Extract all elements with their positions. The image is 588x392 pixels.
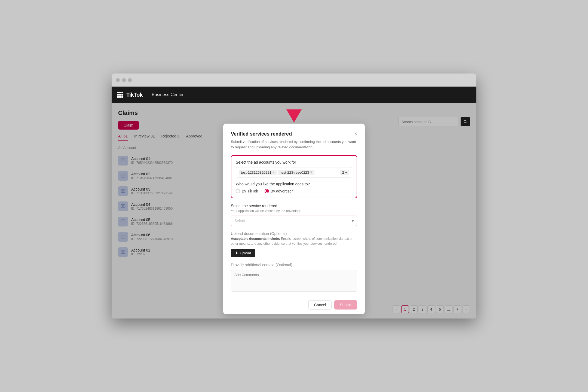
- app-window: TikTok · Business Center Claims Claim Al…: [112, 74, 476, 318]
- modal-dialog: Verified services rendered × Submit veri…: [223, 124, 365, 314]
- service-select[interactable]: Select: [231, 216, 357, 226]
- service-sublabel: Your application will be verified by the…: [231, 209, 357, 213]
- traffic-light-green: [128, 78, 132, 82]
- radio-circle-advertiser: [265, 189, 269, 193]
- cancel-button[interactable]: Cancel: [308, 300, 332, 310]
- tag-text: test-223-rese0223: [280, 170, 309, 174]
- brand-logo: TikTok: [126, 92, 143, 98]
- tag-item: test-223-rese0223 ×: [278, 170, 314, 175]
- upload-icon: ⬇: [235, 251, 238, 255]
- radio-label-tiktok: By TikTok: [242, 189, 258, 193]
- radio-by-advertiser[interactable]: By advertiser: [265, 189, 293, 193]
- modal-title: Verified services rendered: [231, 131, 292, 137]
- ad-accounts-label: Select the ad accounts you work for: [236, 160, 352, 164]
- arrow-indicator: [286, 109, 302, 122]
- submit-button[interactable]: Submit: [334, 300, 357, 310]
- radio-group: By TikTok By advertiser: [236, 189, 352, 193]
- upload-label: Upload documentation (Optional): [231, 231, 357, 236]
- tag-close-button[interactable]: ×: [272, 170, 274, 174]
- service-section: Select the service rendered Your applica…: [231, 204, 357, 226]
- close-modal-button[interactable]: ×: [354, 131, 357, 136]
- radio-by-tiktok[interactable]: By TikTok: [236, 189, 258, 193]
- traffic-light-yellow: [122, 78, 126, 82]
- tag-item: test-123126320221 ×: [239, 170, 277, 175]
- context-textarea[interactable]: [231, 270, 357, 292]
- chevron-down-icon: ▾: [345, 170, 347, 174]
- modal-footer: Cancel Submit: [231, 299, 357, 310]
- traffic-light-red: [116, 78, 120, 82]
- radio-circle-tiktok: [236, 189, 240, 193]
- brand-separator: ·: [146, 92, 148, 98]
- brand-sub: Business Center: [152, 92, 183, 97]
- modal-subtitle: Submit verification of services rendered…: [231, 139, 357, 150]
- grid-icon[interactable]: [117, 92, 123, 98]
- modal-header: Verified services rendered ×: [231, 131, 357, 137]
- highlight-section: Select the ad accounts you work for test…: [231, 155, 357, 198]
- radio-label-advertiser: By advertiser: [271, 189, 293, 193]
- modal-overlay: Verified services rendered × Submit veri…: [112, 103, 476, 318]
- upload-section: Upload documentation (Optional) Acceptab…: [231, 231, 357, 257]
- tag-count: 2 ▾: [340, 170, 349, 175]
- context-optional: (Optional): [275, 263, 292, 267]
- main-content: Claims Claim All 61 In review 31 Rejecte…: [112, 103, 476, 318]
- context-label: Provide additional context (Optional): [231, 263, 357, 267]
- application-label: Who would you like the application goes …: [236, 182, 352, 186]
- upload-optional: (Optional): [270, 231, 287, 236]
- tag-text: test-123126320221: [241, 170, 271, 174]
- tag-count-value: 2: [342, 170, 344, 174]
- select-wrapper: Select ▾: [231, 216, 357, 226]
- modal-wrapper: Verified services rendered × Submit veri…: [223, 124, 365, 314]
- tags-input[interactable]: test-123126320221 × test-223-rese0223 × …: [236, 167, 352, 177]
- upload-button[interactable]: ⬇ Upload: [231, 249, 255, 257]
- context-section: Provide additional context (Optional): [231, 263, 357, 293]
- title-bar: [112, 74, 476, 87]
- tag-close-button[interactable]: ×: [310, 170, 312, 174]
- service-label: Select the service rendered: [231, 204, 357, 208]
- upload-desc: Acceptable documents include: Emails, sc…: [231, 236, 357, 246]
- app-header: TikTok · Business Center: [112, 87, 476, 103]
